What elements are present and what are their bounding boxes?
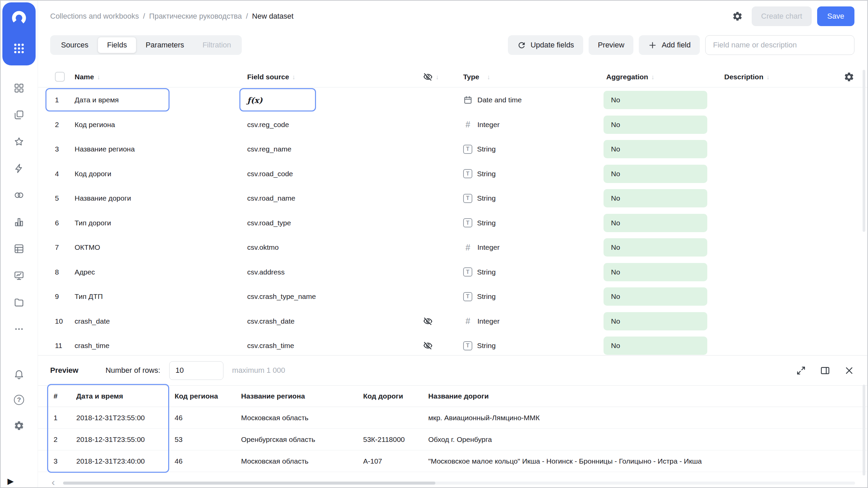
field-row[interactable]: 11 crash_time csv.crash_time TString No [38, 333, 868, 355]
sidebar-expand-button[interactable] [7, 476, 14, 486]
field-type[interactable]: TString [454, 218, 604, 227]
column-header-aggregation[interactable]: Aggregation [604, 73, 719, 81]
add-field-button[interactable]: Add field [639, 35, 700, 55]
create-chart-button[interactable]: Create chart [752, 6, 812, 26]
field-row[interactable]: 1 Дата и время ƒ(x) Date and time No [38, 88, 868, 113]
field-name[interactable]: Код дороги [71, 170, 246, 178]
datalens-logo-block[interactable] [2, 2, 36, 65]
field-source[interactable]: csv.road_name [246, 194, 420, 202]
column-header-hidden[interactable] [420, 72, 454, 82]
preview-scrollbar[interactable] [863, 385, 865, 475]
fields-scrollbar[interactable] [863, 70, 865, 232]
aggregation-pill[interactable]: No [604, 189, 707, 207]
preview-close-button[interactable] [844, 365, 854, 376]
column-header-type[interactable]: Type [454, 73, 604, 81]
aggregation-pill[interactable]: No [604, 116, 707, 134]
field-name[interactable]: Тип дороги [71, 219, 246, 227]
field-name[interactable]: Адрес [71, 268, 246, 276]
field-name[interactable]: crash_time [71, 342, 246, 350]
horizontal-scrollbar-thumb[interactable] [63, 482, 435, 485]
field-aggregation[interactable]: No [604, 263, 719, 281]
field-row[interactable]: 7 ОКТМО csv.oktmo #Integer No [38, 235, 868, 260]
field-aggregation[interactable]: No [604, 238, 719, 257]
sidebar-settings-button[interactable] [14, 420, 24, 431]
field-row[interactable]: 5 Название дороги csv.road_name TString … [38, 186, 868, 211]
field-aggregation[interactable]: No [604, 165, 719, 183]
field-source[interactable]: csv.address [246, 268, 420, 276]
field-type[interactable]: TString [454, 145, 604, 154]
nav-dashboards[interactable] [14, 270, 24, 281]
field-row[interactable]: 6 Тип дороги csv.road_type TString No [38, 211, 868, 236]
dataset-settings-gear-button[interactable] [732, 11, 743, 22]
breadcrumb-workbook[interactable]: Практические руководства [149, 12, 242, 21]
field-name[interactable]: Тип ДТП [71, 292, 246, 301]
aggregation-pill[interactable]: No [604, 140, 707, 158]
field-source[interactable]: csv.road_code [246, 170, 420, 178]
aggregation-pill[interactable]: No [604, 337, 707, 355]
column-header-source[interactable]: Field source [246, 73, 420, 81]
column-header-name[interactable]: Name [71, 73, 246, 81]
field-hidden-toggle[interactable] [420, 317, 454, 326]
nav-storage[interactable] [14, 297, 24, 308]
field-row[interactable]: 4 Код дороги csv.road_code TString No [38, 162, 868, 186]
aggregation-pill[interactable]: No [604, 214, 707, 232]
field-aggregation[interactable]: No [604, 91, 719, 109]
breadcrumb-collections[interactable]: Collections and workbooks [50, 12, 139, 21]
tab-parameters[interactable]: Parameters [136, 37, 193, 53]
aggregation-pill[interactable]: No [604, 312, 707, 330]
nav-connections[interactable] [14, 190, 24, 201]
field-source[interactable]: csv.oktmo [246, 243, 420, 251]
aggregation-pill[interactable]: No [604, 91, 707, 109]
field-type[interactable]: TString [454, 267, 604, 277]
field-type[interactable]: #Integer [454, 316, 604, 326]
field-aggregation[interactable]: No [604, 214, 719, 232]
field-name[interactable]: Код региона [71, 121, 246, 129]
save-button[interactable]: Save [817, 6, 854, 26]
field-name[interactable]: Название дороги [71, 194, 246, 202]
field-row[interactable]: 8 Адрес csv.address TString No [38, 260, 868, 285]
field-aggregation[interactable]: No [604, 140, 719, 158]
field-type[interactable]: TString [454, 169, 604, 178]
field-source[interactable]: csv.crash_time [246, 342, 420, 350]
field-row[interactable]: 3 Название региона csv.reg_name TString … [38, 137, 868, 162]
aggregation-pill[interactable]: No [604, 263, 707, 281]
tab-sources[interactable]: Sources [52, 37, 98, 53]
aggregation-pill[interactable]: No [604, 238, 707, 257]
nav-favorites[interactable] [14, 136, 24, 147]
columns-settings-gear-button[interactable] [844, 72, 854, 82]
field-row[interactable]: 9 Тип ДТП csv.crash_type_name TString No [38, 284, 868, 309]
nav-datasets[interactable] [14, 243, 24, 254]
preview-expand-button[interactable] [796, 365, 806, 376]
field-row[interactable]: 10 crash_date csv.crash_date #Integer No [38, 309, 868, 334]
field-aggregation[interactable]: No [604, 287, 719, 306]
horizontal-scrollbar[interactable] [63, 482, 855, 485]
tab-fields[interactable]: Fields [98, 37, 137, 53]
field-name[interactable]: crash_date [71, 317, 246, 325]
field-source[interactable]: csv.reg_name [246, 145, 420, 153]
field-source[interactable]: csv.reg_code [246, 121, 420, 129]
preview-toggle-button[interactable]: Preview [589, 35, 633, 55]
field-source[interactable]: csv.road_type [246, 219, 420, 227]
update-fields-button[interactable]: Update fields [508, 35, 583, 55]
field-source[interactable]: csv.crash_type_name [246, 292, 420, 301]
field-source[interactable]: ƒ(x) [246, 96, 420, 105]
help-button[interactable] [14, 394, 24, 405]
scroll-left-chevron-icon[interactable] [52, 476, 55, 488]
nav-more[interactable] [14, 324, 24, 334]
notifications-button[interactable] [14, 369, 24, 380]
field-hidden-toggle[interactable] [420, 341, 454, 350]
field-aggregation[interactable]: No [604, 189, 719, 207]
field-name[interactable]: Название региона [71, 145, 246, 153]
field-type[interactable]: Date and time [454, 95, 604, 105]
aggregation-pill[interactable]: No [604, 165, 707, 183]
column-header-description[interactable]: Description [719, 73, 831, 81]
field-aggregation[interactable]: No [604, 312, 719, 330]
field-aggregation[interactable]: No [604, 116, 719, 134]
field-type[interactable]: TString [454, 341, 604, 350]
field-aggregation[interactable]: No [604, 337, 719, 355]
nav-charts[interactable] [14, 217, 24, 227]
field-search-input[interactable] [705, 35, 854, 55]
preview-split-view-button[interactable] [820, 365, 830, 376]
nav-functions[interactable] [14, 163, 24, 174]
rows-count-input[interactable] [169, 361, 223, 380]
